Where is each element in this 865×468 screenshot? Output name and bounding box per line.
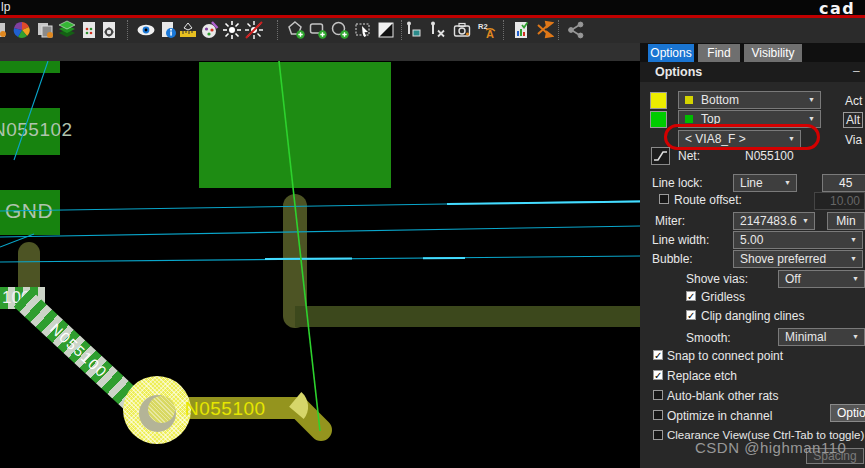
select-shape-icon[interactable]: [353, 20, 373, 40]
pin-cut-icon[interactable]: [427, 20, 447, 40]
dehighlight-sun-icon[interactable]: [244, 20, 264, 40]
alt-chip: [685, 115, 693, 123]
add-polygon-icon[interactable]: [286, 20, 306, 40]
pin-box-icon[interactable]: [403, 20, 423, 40]
swap-arrows-icon[interactable]: [534, 20, 554, 40]
tab-options[interactable]: Options: [648, 44, 694, 62]
layers-icon[interactable]: [57, 20, 77, 40]
options-panel: Options Find Visibility Options – Bottom…: [640, 43, 865, 468]
line-width-dropdown[interactable]: 5.00 ▼: [733, 231, 863, 249]
clearance-view-checkbox[interactable]: ✓: [653, 430, 663, 440]
bubble-dropdown[interactable]: Shove preferred ▼: [733, 250, 863, 268]
replace-etch-label: Replace etch: [667, 369, 737, 383]
shove-vias-value: Off: [785, 272, 801, 286]
line-lock-dropdown[interactable]: Line ▼: [733, 174, 797, 192]
gridless-label: Gridless: [701, 290, 745, 304]
route-offset-checkbox[interactable]: ✓: [659, 194, 669, 204]
gridless-checkbox[interactable]: ✓: [686, 291, 696, 301]
tab-visibility[interactable]: Visibility: [744, 44, 802, 62]
optimize-label: Optimize in channel: [667, 409, 772, 423]
via-net-label: N055100: [185, 398, 266, 420]
report-icon[interactable]: [511, 20, 531, 40]
alt-label: Alt: [843, 112, 863, 128]
clipped-icon[interactable]: [0, 20, 9, 40]
miter-label: Miter:: [655, 214, 685, 228]
chevron-down-icon: ▼: [852, 333, 859, 340]
panel-tab-row: Options Find Visibility: [640, 43, 865, 62]
bubble-label: Bubble:: [652, 252, 693, 266]
panel-title: Options: [655, 65, 702, 79]
line-width-value: 5.00: [740, 233, 763, 247]
optimize-options-button[interactable]: Options: [830, 404, 865, 422]
gear-document-icon[interactable]: [99, 20, 119, 40]
clip-dangling-label: Clip dangling clines: [701, 309, 804, 323]
act-layer-value: Bottom: [701, 93, 739, 107]
act-layer-dropdown[interactable]: Bottom ▼: [678, 91, 821, 109]
palette-icon[interactable]: [200, 20, 220, 40]
pcb-canvas[interactable]: N055102 GND 100 N055100 N055100: [0, 61, 640, 468]
snapshot-camera-icon[interactable]: [452, 20, 472, 40]
miter-min-value: Min: [836, 214, 855, 228]
angle-value: 45: [839, 176, 852, 190]
chevron-down-icon: ▼: [808, 115, 815, 122]
highlight-sun-icon[interactable]: [222, 20, 242, 40]
net-label: Net:: [678, 149, 700, 163]
chevron-down-icon: ▼: [850, 255, 857, 262]
add-rectangle-icon[interactable]: [308, 20, 328, 40]
add-circle-icon[interactable]: [330, 20, 350, 40]
auto-blank-checkbox[interactable]: ✓: [653, 390, 663, 400]
allegro-pcb-editor-window: { "window": { "menu_tail": "lp", "brand"…: [0, 0, 865, 468]
act-chip: [685, 96, 693, 104]
toolbar: R2A: [0, 18, 865, 43]
toolbar-separator: [503, 20, 504, 40]
clip-dangling-checkbox[interactable]: ✓: [686, 310, 696, 320]
visibility-eye-icon[interactable]: [136, 20, 156, 40]
smooth-dropdown[interactable]: Minimal ▼: [778, 328, 865, 346]
bubble-value: Shove preferred: [740, 252, 826, 266]
panel-minimize[interactable]: –: [853, 64, 860, 78]
toolbar-lower-strip: [0, 43, 640, 61]
line-lock-label: Line lock:: [652, 176, 703, 190]
optimize-checkbox[interactable]: ✓: [653, 410, 663, 420]
routed-trace-svg[interactable]: [0, 61, 640, 468]
toolbar-separator: [277, 20, 278, 40]
fill-toggle-icon[interactable]: [376, 20, 396, 40]
miter-min-box[interactable]: Min: [827, 212, 865, 230]
smooth-label: Smooth:: [686, 331, 731, 345]
miter-dropdown[interactable]: 2147483.6 ▼: [733, 212, 815, 230]
menu-help-tail[interactable]: lp: [1, 0, 10, 14]
grid-document-icon[interactable]: [79, 20, 99, 40]
chevron-down-icon: ▼: [852, 275, 859, 282]
toolbar-separator: [558, 20, 559, 40]
act-layer-swatch[interactable]: [650, 92, 667, 109]
copy-stack-icon[interactable]: [35, 20, 55, 40]
chevron-down-icon: ▼: [784, 179, 791, 186]
net-cline-icon[interactable]: [651, 147, 670, 165]
act-label: Act: [845, 94, 862, 108]
smooth-value: Minimal: [785, 330, 826, 344]
line-width-label: Line width:: [652, 233, 709, 247]
info-document-icon[interactable]: [158, 20, 178, 40]
route-offset-label: Route offset:: [674, 193, 742, 207]
miter-value: 2147483.6: [740, 214, 797, 228]
snap-checkbox[interactable]: ✓: [653, 350, 663, 360]
toolbar-separator: [401, 20, 402, 40]
route-offset-input[interactable]: 10.00: [814, 192, 865, 210]
share-icon[interactable]: [566, 20, 586, 40]
toolbar-separator: [127, 20, 128, 40]
tab-find[interactable]: Find: [698, 44, 740, 62]
via-hole: [148, 396, 175, 423]
line-lock-angle[interactable]: 45: [822, 174, 865, 192]
auto-blank-label: Auto-blank other rats: [667, 389, 778, 403]
menu-bar: lp cad: [0, 0, 865, 15]
red-annotation-oval: [664, 124, 820, 150]
refdes-r2a-icon[interactable]: R2A: [477, 20, 497, 40]
color-wheel-icon[interactable]: [12, 20, 32, 40]
shove-vias-label: Shove vias:: [686, 272, 748, 286]
alt-layer-swatch[interactable]: [650, 111, 667, 128]
chevron-down-icon: ▼: [850, 236, 857, 243]
measure-icon[interactable]: [178, 20, 198, 40]
replace-etch-checkbox[interactable]: ✓: [653, 370, 663, 380]
shove-vias-dropdown[interactable]: Off ▼: [778, 270, 865, 288]
snap-label: Snap to connect point: [667, 349, 783, 363]
